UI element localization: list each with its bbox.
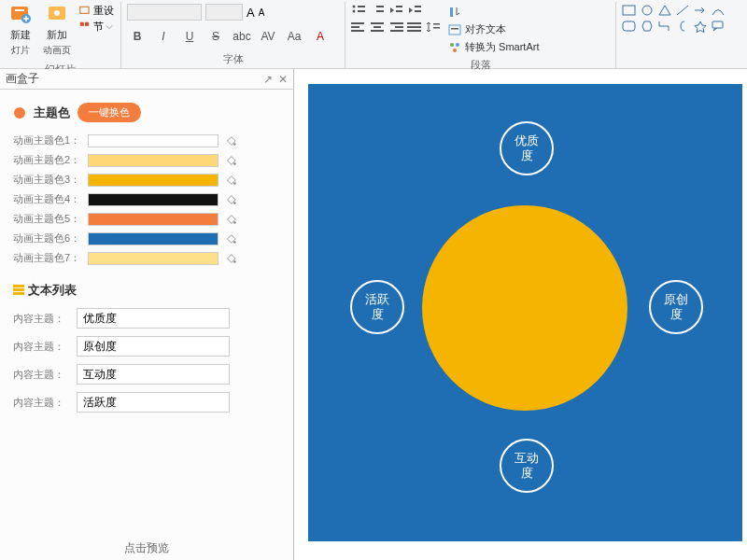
- section-button[interactable]: 节: [78, 20, 114, 34]
- grow-font-button[interactable]: A: [247, 6, 255, 20]
- preview-link[interactable]: 点击预览: [0, 540, 293, 556]
- diagram-node[interactable]: 活跃度: [350, 280, 404, 334]
- content-input[interactable]: [77, 392, 230, 413]
- content-input[interactable]: [77, 364, 230, 385]
- shape-callout-icon[interactable]: [711, 20, 726, 33]
- shape-arrow-icon[interactable]: [693, 4, 708, 17]
- font-family-select[interactable]: [127, 4, 202, 21]
- diagram-node[interactable]: 优质度: [500, 121, 554, 175]
- color-swatch[interactable]: [88, 213, 218, 226]
- color-label: 动画主题色6：: [13, 231, 82, 245]
- font-size-select[interactable]: [205, 4, 243, 21]
- bucket-icon[interactable]: [224, 193, 237, 206]
- diagram-node[interactable]: 原创度: [649, 280, 703, 334]
- svg-rect-34: [451, 28, 458, 30]
- svg-rect-9: [358, 6, 365, 7]
- bucket-icon[interactable]: [224, 154, 237, 167]
- svg-rect-25: [395, 26, 403, 28]
- content-label: 内容主题：: [13, 340, 69, 354]
- svg-point-35: [450, 43, 454, 47]
- align-right-icon[interactable]: [388, 21, 403, 34]
- ribbon-group-para: 对齐文本 转换为 SmartArt 段落: [345, 2, 616, 68]
- shape-connector-icon[interactable]: [657, 20, 672, 33]
- case-button[interactable]: Aa: [284, 27, 304, 46]
- color-swatch[interactable]: [88, 193, 218, 206]
- color-swatch[interactable]: [88, 154, 218, 167]
- shape-brace-icon[interactable]: [675, 20, 690, 33]
- shrink-font-button[interactable]: A: [259, 7, 265, 18]
- list-icon: [13, 285, 24, 296]
- shape-star-icon[interactable]: [693, 20, 708, 33]
- bucket-icon[interactable]: [224, 174, 237, 187]
- svg-point-49: [233, 260, 236, 263]
- svg-point-39: [642, 6, 652, 15]
- center-circle[interactable]: [422, 205, 627, 411]
- text-row: 内容主题：: [13, 392, 278, 413]
- content-input[interactable]: [77, 336, 230, 357]
- color-label: 动画主题色4：: [13, 192, 82, 206]
- svg-rect-22: [374, 26, 381, 28]
- task-pane: 画盒子 ↗ ✕ 主题色 一键换色 动画主题色1： 动画主题色2： 动画主题色3：…: [0, 69, 294, 560]
- new-slide-button[interactable]: 新建 灯片: [6, 2, 35, 59]
- svg-rect-11: [358, 10, 365, 12]
- svg-point-44: [233, 162, 236, 165]
- group-label-para: 段落: [351, 58, 610, 72]
- add-anim-button[interactable]: 新加 动画页: [39, 2, 75, 59]
- color-swatch[interactable]: [88, 252, 218, 265]
- shape-line-icon[interactable]: [675, 4, 690, 17]
- new-slide-sublabel: 灯片: [11, 44, 30, 57]
- shape-roundrect-icon[interactable]: [622, 20, 637, 33]
- subscript-button[interactable]: abc: [232, 27, 252, 46]
- svg-rect-15: [396, 10, 402, 12]
- svg-rect-14: [396, 6, 402, 7]
- shape-circle-icon[interactable]: [640, 4, 655, 17]
- color-row: 动画主题色7：: [13, 251, 278, 265]
- svg-rect-19: [351, 26, 359, 28]
- text-rows-container: 内容主题： 内容主题： 内容主题： 内容主题：: [13, 308, 278, 413]
- font-color-button[interactable]: A: [310, 27, 331, 46]
- justify-icon[interactable]: [407, 21, 422, 34]
- align-left-icon[interactable]: [351, 21, 366, 34]
- indent-dec-icon[interactable]: [388, 4, 403, 17]
- shape-hex-icon[interactable]: [640, 20, 655, 33]
- indent-inc-icon[interactable]: [407, 4, 422, 17]
- shape-curve-icon[interactable]: [711, 4, 726, 17]
- convert-smartart-button[interactable]: 转换为 SmartArt: [448, 40, 539, 54]
- numbering-icon[interactable]: [370, 4, 385, 17]
- bullets-icon[interactable]: [351, 4, 366, 17]
- palette-icon: [13, 106, 26, 119]
- color-row: 动画主题色6：: [13, 231, 278, 245]
- bucket-icon[interactable]: [224, 213, 237, 226]
- italic-button[interactable]: I: [153, 27, 174, 46]
- svg-point-43: [233, 143, 236, 146]
- text-direction-button[interactable]: [448, 6, 539, 19]
- align-center-icon[interactable]: [370, 21, 385, 34]
- svg-rect-30: [433, 23, 440, 25]
- align-text-button[interactable]: 对齐文本: [448, 22, 539, 36]
- color-swatch[interactable]: [88, 174, 218, 187]
- svg-rect-38: [623, 6, 635, 15]
- svg-point-10: [353, 10, 356, 13]
- bold-button[interactable]: B: [127, 27, 148, 46]
- strike-button[interactable]: S: [205, 27, 226, 46]
- shapes-gallery[interactable]: [622, 2, 734, 35]
- color-swatch[interactable]: [88, 134, 218, 147]
- reset-button[interactable]: 重设: [78, 4, 114, 18]
- shape-rect-icon[interactable]: [622, 4, 637, 17]
- spacing-button[interactable]: AV: [258, 27, 278, 46]
- slide-canvas[interactable]: 优质度活跃度原创度互动度: [308, 84, 742, 541]
- change-color-button[interactable]: 一键换色: [78, 103, 141, 122]
- bucket-icon[interactable]: [224, 134, 237, 147]
- color-swatch[interactable]: [88, 232, 218, 245]
- bucket-icon[interactable]: [224, 232, 237, 245]
- content-input[interactable]: [77, 308, 230, 329]
- textlist-header: 文本列表: [13, 282, 278, 299]
- pane-close-button[interactable]: ✕: [278, 73, 288, 86]
- line-spacing-icon[interactable]: [426, 21, 441, 34]
- underline-button[interactable]: U: [179, 27, 200, 46]
- svg-rect-33: [449, 25, 460, 35]
- shape-triangle-icon[interactable]: [657, 4, 672, 17]
- pane-popout-button[interactable]: ↗: [263, 73, 273, 86]
- bucket-icon[interactable]: [224, 252, 237, 265]
- diagram-node[interactable]: 互动度: [500, 439, 554, 493]
